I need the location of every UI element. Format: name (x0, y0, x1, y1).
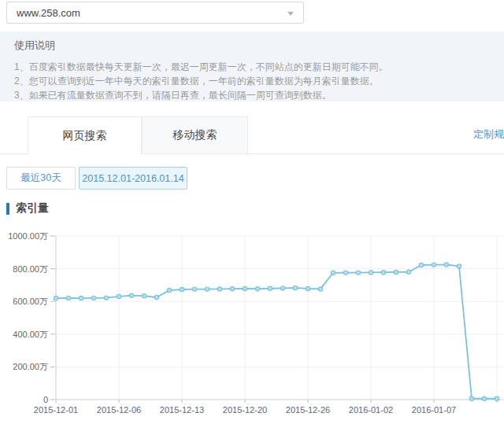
svg-text:2016-01-07: 2016-01-07 (412, 405, 456, 415)
svg-text:200.00万: 200.00万 (13, 362, 48, 371)
svg-text:800.00万: 800.00万 (13, 264, 48, 274)
date-filter-group: 最近30天 2015.12.01-2016.01.14 (6, 167, 187, 190)
section-header: 索引量 (6, 201, 49, 216)
svg-text:2015-12-20: 2015-12-20 (223, 405, 267, 415)
svg-text:600.00万: 600.00万 (13, 297, 48, 306)
usage-note-1: 1、百度索引数据最快每天更新一次，最迟一周更新一次，不同站点的更新日期可能不同。 (14, 60, 490, 74)
usage-note-3: 3、如果已有流量数据查询不到，请隔日再查，最长间隔一周可查询到数据。 (14, 88, 490, 102)
usage-notes-panel: 使用说明 1、百度索引数据最快每天更新一次，最迟一周更新一次，不同站点的更新日期… (0, 31, 504, 101)
site-selector-dropdown[interactable]: www.258.com (6, 2, 304, 24)
section-accent-bar (6, 203, 9, 215)
svg-text:2015-12-01: 2015-12-01 (34, 405, 78, 415)
chart-container: 1000.00万800.00万600.00万400.00万200.00万0201… (0, 230, 504, 424)
svg-text:2015-12-26: 2015-12-26 (286, 405, 330, 415)
section-title: 索引量 (16, 201, 49, 216)
index-volume-chart: 1000.00万800.00万600.00万400.00万200.00万0201… (0, 230, 504, 424)
site-selector-value: www.258.com (17, 7, 80, 19)
usage-note-2: 2、您可以查询到近一年中每天的索引量数据，一年前的索引量数据为每月索引量数据。 (14, 74, 490, 88)
svg-text:1000.00万: 1000.00万 (8, 231, 48, 241)
svg-text:400.00万: 400.00万 (13, 330, 48, 339)
svg-text:2015-12-06: 2015-12-06 (97, 405, 141, 415)
svg-text:2015-12-13: 2015-12-13 (160, 405, 204, 415)
date-range-button[interactable]: 2015.12.01-2016.01.14 (79, 167, 187, 190)
chevron-down-icon (287, 12, 294, 16)
svg-text:2016-01-02: 2016-01-02 (349, 405, 393, 415)
svg-text:0: 0 (43, 395, 48, 404)
custom-rules-link[interactable]: 定制规则 (473, 127, 504, 142)
last-30-days-button[interactable]: 最近30天 (6, 167, 76, 190)
page: www.258.com 使用说明 1、百度索引数据最快每天更新一次，最迟一周更新… (0, 0, 504, 424)
usage-notes-title: 使用说明 (14, 39, 490, 53)
tab-web-search[interactable]: 网页搜索 (28, 116, 142, 155)
tab-mobile-search[interactable]: 移动搜索 (142, 116, 248, 154)
search-type-tabs: 网页搜索 移动搜索 定制规则 (0, 116, 504, 154)
